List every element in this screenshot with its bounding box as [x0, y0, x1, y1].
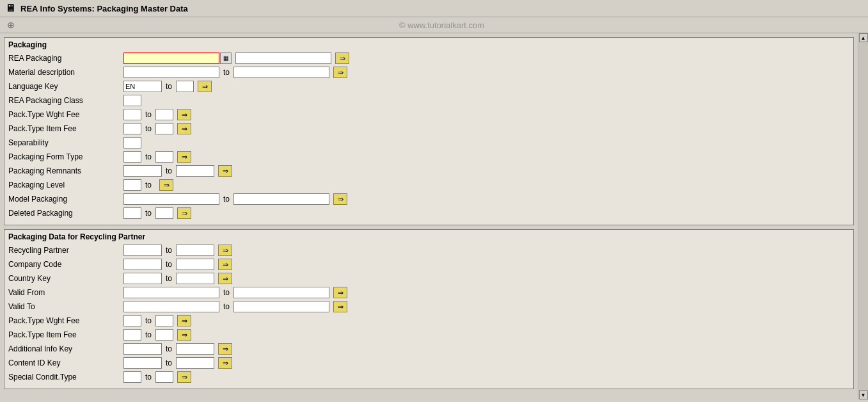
additional-info-key-input1[interactable]: [123, 343, 162, 355]
language-key-row: Language Key to: [8, 80, 849, 93]
toolbar-icon-refresh[interactable]: ⊕: [5, 19, 17, 31]
valid-from-input1[interactable]: [123, 287, 219, 298]
special-condit-type-arrow[interactable]: [177, 371, 191, 383]
packaging-form-type-arrow[interactable]: [177, 151, 191, 163]
rea-packaging-class-row: REA Packaging Class: [8, 94, 849, 107]
special-condit-type-input2[interactable]: [155, 371, 173, 383]
model-packaging-input1[interactable]: [123, 193, 219, 205]
valid-to-input1[interactable]: [123, 301, 219, 312]
pack-type-wght-fee-to: to: [145, 110, 152, 119]
valid-from-label: Valid From: [8, 288, 123, 297]
packaging-level-input1[interactable]: [123, 179, 141, 191]
scrollbar-down-btn[interactable]: ▼: [859, 390, 868, 399]
scroll-area[interactable]: Packaging REA Packaging Material descrip…: [0, 33, 858, 399]
title-bar: 🖥 REA Info Systems: Packaging Master Dat…: [0, 0, 868, 17]
recycling-partner-input1[interactable]: [123, 245, 162, 256]
app-icon: 🖥: [5, 3, 15, 14]
recycling-pack-wght-fee-arrow[interactable]: [177, 315, 191, 326]
rea-packaging-class-input[interactable]: [123, 95, 141, 106]
pack-type-wght-fee-row: Pack.Type Wght Fee to: [8, 108, 849, 121]
recycling-partner-arrow[interactable]: [218, 245, 232, 256]
company-code-arrow[interactable]: [218, 259, 232, 270]
packaging-form-type-input2[interactable]: [155, 151, 173, 163]
pack-type-wght-fee-input2[interactable]: [155, 109, 173, 120]
recycling-pack-item-fee-arrow[interactable]: [177, 329, 191, 341]
valid-to-input2[interactable]: [233, 301, 329, 312]
recycling-pack-item-fee-row: Pack.Type Item Fee to: [8, 328, 849, 341]
valid-from-arrow[interactable]: [333, 287, 347, 298]
recycling-pack-item-fee-input2[interactable]: [155, 329, 173, 341]
language-key-arrow[interactable]: [198, 81, 212, 92]
additional-info-key-arrow[interactable]: [218, 343, 232, 355]
material-desc-input1[interactable]: [123, 67, 219, 78]
recycling-partner-input2[interactable]: [176, 245, 214, 256]
rea-packaging-label: REA Packaging: [8, 54, 123, 63]
packaging-remnants-input2[interactable]: [176, 165, 214, 177]
company-code-row: Company Code to: [8, 258, 849, 271]
deleted-packaging-input1[interactable]: [123, 207, 141, 219]
recycling-pack-wght-fee-label: Pack.Type Wght Fee: [8, 316, 123, 325]
packaging-form-type-to: to: [145, 152, 152, 161]
recycling-pack-item-fee-input1[interactable]: [123, 329, 141, 341]
model-packaging-label: Model Packaging: [8, 195, 123, 204]
packaging-remnants-label: Packaging Remnants: [8, 166, 123, 175]
model-packaging-to: to: [223, 195, 230, 204]
pack-type-item-fee-arrow[interactable]: [177, 123, 191, 134]
packaging-level-label: Packaging Level: [8, 181, 123, 189]
recycling-pack-wght-fee-to: to: [145, 316, 152, 325]
deleted-packaging-row: Deleted Packaging to: [8, 207, 849, 220]
deleted-packaging-arrow[interactable]: [177, 207, 191, 219]
packaging-section-title: Packaging: [8, 40, 849, 49]
scrollbar[interactable]: ▲ ▼: [858, 33, 868, 399]
language-key-input2[interactable]: [176, 81, 194, 92]
valid-to-arrow[interactable]: [333, 301, 347, 312]
window-title: REA Info Systems: Packaging Master Data: [20, 4, 188, 13]
special-condit-type-label: Special Condit.Type: [8, 373, 123, 382]
country-key-to: to: [166, 274, 172, 283]
packaging-level-arrow[interactable]: [159, 179, 173, 191]
valid-from-row: Valid From to: [8, 286, 849, 299]
scrollbar-track[interactable]: [859, 42, 868, 390]
recycling-pack-item-fee-label: Pack.Type Item Fee: [8, 330, 123, 339]
company-code-input2[interactable]: [176, 259, 214, 270]
rea-packaging-arrow[interactable]: [335, 52, 349, 64]
language-key-input1[interactable]: [123, 81, 162, 92]
recycling-pack-item-fee-to: to: [145, 330, 152, 339]
valid-from-input2[interactable]: [233, 287, 329, 298]
packaging-remnants-arrow[interactable]: [218, 165, 232, 177]
deleted-packaging-to: to: [145, 209, 152, 218]
deleted-packaging-input2[interactable]: [155, 207, 173, 219]
model-packaging-arrow[interactable]: [333, 193, 347, 205]
material-desc-arrow[interactable]: [333, 67, 347, 78]
language-key-to: to: [166, 82, 172, 91]
content-id-key-input1[interactable]: [123, 357, 162, 369]
packaging-form-type-input1[interactable]: [123, 151, 141, 163]
country-key-input2[interactable]: [176, 273, 214, 284]
country-key-input1[interactable]: [123, 273, 162, 284]
pack-type-item-fee-input1[interactable]: [123, 123, 141, 134]
content-id-key-input2[interactable]: [176, 357, 214, 369]
recycling-pack-wght-fee-input2[interactable]: [155, 315, 173, 326]
rea-packaging-row: REA Packaging: [8, 52, 849, 65]
packaging-form-type-label: Packaging Form Type: [8, 152, 123, 161]
scrollbar-up-btn[interactable]: ▲: [859, 33, 868, 42]
country-key-arrow[interactable]: [218, 273, 232, 284]
pack-type-wght-fee-arrow[interactable]: [177, 109, 191, 120]
pack-type-wght-fee-label: Pack.Type Wght Fee: [8, 110, 123, 119]
special-condit-type-input1[interactable]: [123, 371, 141, 383]
pack-type-wght-fee-input1[interactable]: [123, 109, 141, 120]
separability-input[interactable]: [123, 137, 141, 149]
valid-from-to: to: [223, 288, 230, 297]
content-id-key-arrow[interactable]: [218, 357, 232, 369]
rea-packaging-input2[interactable]: [235, 52, 331, 64]
additional-info-key-input2[interactable]: [176, 343, 214, 355]
pack-type-item-fee-input2[interactable]: [155, 123, 173, 134]
country-key-row: Country Key to: [8, 272, 849, 285]
material-desc-input2[interactable]: [233, 67, 329, 78]
company-code-input1[interactable]: [123, 259, 162, 270]
rea-packaging-input[interactable]: [123, 52, 219, 64]
model-packaging-input2[interactable]: [233, 193, 329, 205]
rea-packaging-select-btn[interactable]: [220, 52, 232, 64]
recycling-pack-wght-fee-input1[interactable]: [123, 315, 141, 326]
packaging-remnants-input1[interactable]: [123, 165, 162, 177]
